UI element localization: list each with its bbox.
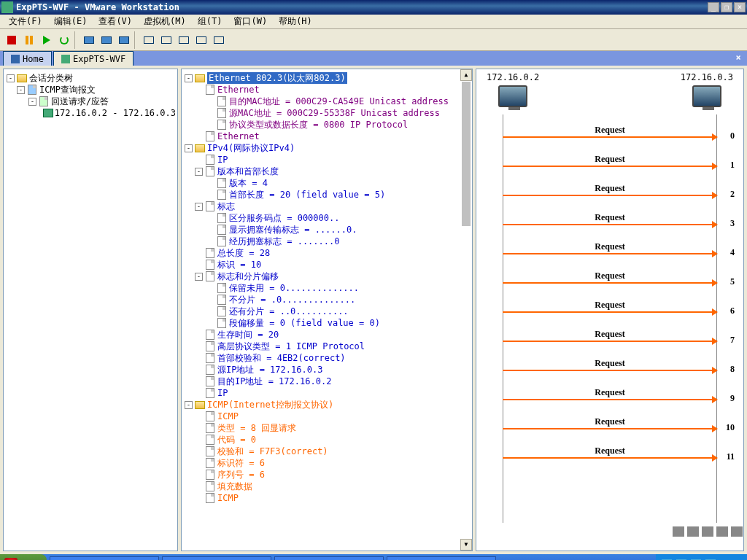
- icmp-seq[interactable]: 序列号 = 6: [183, 469, 460, 481]
- morefrag[interactable]: 还有分片 = ..0..........: [183, 306, 460, 317]
- decode-scrollbar[interactable]: ▲ ▼: [460, 69, 472, 551]
- arrow-index: 7: [730, 335, 735, 346]
- maximize-button[interactable]: ❐: [721, 2, 732, 12]
- menu-help[interactable]: 帮助(H): [273, 14, 318, 29]
- icmp-section[interactable]: -ICMP(Internet控制报文协议): [183, 399, 460, 411]
- tos-flags[interactable]: -标志: [183, 201, 460, 212]
- ip-struct[interactable]: IP: [183, 154, 460, 166]
- ttl[interactable]: 生存时间 = 20: [183, 329, 460, 341]
- expand-icon[interactable]: -: [7, 74, 15, 82]
- ident[interactable]: 标识 = 10: [183, 259, 460, 271]
- pause-button[interactable]: [20, 31, 38, 49]
- dst-mac[interactable]: 目的MAC地址 = 000C29-CA549E Unicast address: [183, 96, 460, 107]
- expand-icon[interactable]: -: [17, 86, 25, 94]
- tree-icmp[interactable]: -ICMP查询报文: [5, 84, 176, 96]
- menu-edit[interactable]: 编辑(E): [48, 14, 93, 29]
- close-button[interactable]: ×: [734, 2, 746, 12]
- menu-file[interactable]: 文件(F): [3, 14, 48, 29]
- tree-echo[interactable]: -回送请求/应答: [5, 96, 176, 107]
- menu-window[interactable]: 窗口(W): [228, 14, 273, 29]
- seq-arrow[interactable]: Request3: [503, 224, 717, 225]
- tray-icon[interactable]: [716, 526, 728, 537]
- seq-arrow[interactable]: Request11: [503, 457, 717, 459]
- ecn1[interactable]: 显示拥塞传输标志 = ......0.: [183, 224, 460, 236]
- reserved[interactable]: 保留未用 = 0..............: [183, 282, 460, 294]
- icmp-struct[interactable]: ICMP: [183, 411, 460, 422]
- proto-type[interactable]: 协议类型或数据长度 = 0800 IP Protocol: [183, 119, 460, 131]
- scroll-down-icon[interactable]: ▼: [460, 539, 472, 551]
- ecn2[interactable]: 经历拥塞标志 = .......0: [183, 236, 460, 247]
- ver-hdrlen[interactable]: -版本和首部长度: [183, 166, 460, 177]
- tray-icon[interactable]: [673, 526, 684, 537]
- view3-button[interactable]: [210, 31, 228, 49]
- seq-arrow[interactable]: Request4: [503, 253, 717, 254]
- tray-icon[interactable]: [687, 526, 699, 537]
- eth-struct2[interactable]: Ethernet: [183, 131, 460, 142]
- dstip[interactable]: 目的IP地址 = 172.16.0.2: [183, 376, 460, 387]
- tab-close-button[interactable]: ×: [732, 52, 744, 63]
- totlen[interactable]: 总长度 = 28: [183, 247, 460, 259]
- seq-arrow[interactable]: Request10: [503, 428, 717, 429]
- arrow-label: Request: [595, 183, 624, 194]
- task-vmware[interactable]: ExpPTS-WVF - VMware...: [50, 556, 159, 560]
- unity-button[interactable]: [158, 31, 175, 49]
- checksum[interactable]: 首部校验和 = 4EB2(correct): [183, 352, 460, 364]
- eth-struct[interactable]: Ethernet: [183, 84, 460, 96]
- fullscreen-button[interactable]: [140, 31, 158, 49]
- menu-group[interactable]: 组(T): [192, 14, 228, 29]
- expand-icon[interactable]: -: [28, 98, 36, 106]
- tree-root[interactable]: -会话分类树: [5, 72, 176, 84]
- scroll-up-icon[interactable]: ▲: [460, 69, 472, 81]
- fragoff[interactable]: 段偏移量 = 0 (field value = 0): [183, 317, 460, 329]
- icmp-payload[interactable]: 填充数据: [183, 481, 460, 492]
- tray-icon[interactable]: [731, 526, 743, 537]
- host-right: 172.16.0.3: [681, 72, 733, 107]
- minimize-button[interactable]: _: [708, 2, 719, 12]
- menu-vm[interactable]: 虚拟机(M): [138, 14, 192, 29]
- ip-struct2[interactable]: IP: [183, 387, 460, 399]
- seq-arrow[interactable]: Request5: [503, 282, 717, 284]
- ipv4-section[interactable]: -IPv4(网际协议IPv4): [183, 142, 460, 154]
- task-colasoft[interactable]: Colasoft.Capsa.Ente...: [274, 556, 384, 560]
- srcip[interactable]: 源IP地址 = 172.16.0.3: [183, 364, 460, 376]
- snapshot-mgr-button[interactable]: [98, 31, 115, 49]
- version[interactable]: 版本 = 4: [183, 177, 460, 189]
- icmp-id[interactable]: 标识符 = 6: [183, 457, 460, 469]
- snapshot-button[interactable]: [80, 31, 98, 49]
- seq-arrow[interactable]: Request9: [503, 399, 717, 400]
- dscp[interactable]: 区分服务码点 = 000000..: [183, 212, 460, 224]
- tree-conv-label: 172.16.0.2 - 172.16.0.3: [55, 107, 176, 119]
- nofrag[interactable]: 不分片 = .0..............: [183, 294, 460, 306]
- view1-button[interactable]: [175, 31, 193, 49]
- icmp-type[interactable]: 类型 = 8 回显请求: [183, 422, 460, 434]
- icmp-checksum[interactable]: 校验和 = F7F3(correct): [183, 446, 460, 457]
- seq-arrow[interactable]: Request1: [503, 166, 717, 167]
- icmp-code[interactable]: 代码 = 0: [183, 434, 460, 446]
- seq-arrow[interactable]: Request6: [503, 311, 717, 313]
- seq-arrow[interactable]: Request0: [503, 136, 717, 138]
- play-button[interactable]: [38, 31, 55, 49]
- seq-arrow[interactable]: Request8: [503, 370, 717, 371]
- reset-button[interactable]: [55, 31, 73, 49]
- frag-flags[interactable]: -标志和分片偏移: [183, 271, 460, 282]
- icmp-struct2[interactable]: ICMP: [183, 492, 460, 504]
- task-powerpoint[interactable]: Microsoft PowerPoin...: [162, 556, 271, 560]
- tray-icon[interactable]: [702, 526, 713, 537]
- stop-button[interactable]: [3, 31, 20, 49]
- task-word[interactable]: 新建 Microsoft Word...: [387, 556, 496, 560]
- app-icon: [1, 1, 13, 13]
- upproto[interactable]: 高层协议类型 = 1 ICMP Protocol: [183, 341, 460, 352]
- tree-conversation[interactable]: 172.16.0.2 - 172.16.0.3: [5, 107, 176, 119]
- seq-arrow[interactable]: Request7: [503, 341, 717, 342]
- menu-view[interactable]: 查看(V): [93, 14, 138, 29]
- host-right-ip: 172.16.0.3: [681, 72, 733, 82]
- seq-arrow[interactable]: Request2: [503, 195, 717, 196]
- revert-button[interactable]: [115, 31, 133, 49]
- tab-home[interactable]: Home: [3, 51, 52, 66]
- eth-section[interactable]: -Ethernet 802.3(以太网802.3): [183, 72, 460, 84]
- src-mac[interactable]: 源MAC地址 = 000C29-55338F Unicast address: [183, 107, 460, 119]
- start-button[interactable]: 开始: [0, 554, 47, 560]
- tab-vm[interactable]: ExpPTS-WVF: [53, 51, 133, 66]
- view2-button[interactable]: [193, 31, 210, 49]
- hdrlen[interactable]: 首部长度 = 20 (field value = 5): [183, 189, 460, 201]
